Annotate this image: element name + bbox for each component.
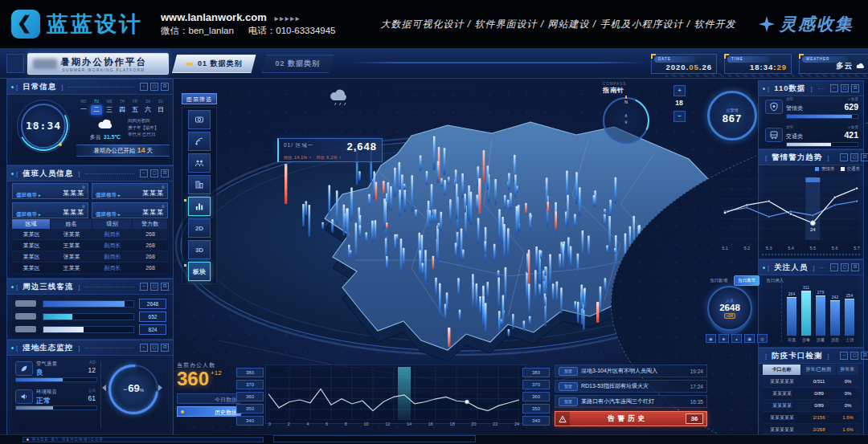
layer-button-signal[interactable] (188, 132, 211, 151)
focus-filter-icon[interactable]: ◉ (706, 334, 716, 343)
duty-leader-card[interactable]: 值班领导▸··· ⊗某某某 (92, 202, 168, 218)
alert-row[interactable]: 预警RD13-53指挥部有垃圾火灾17:24 (555, 380, 707, 393)
bar-value: 279 (817, 290, 824, 295)
focus-filter-icon[interactable]: ▴ (731, 334, 742, 343)
focus-tab[interactable]: 当日离市 (734, 275, 760, 286)
svg-text:5.1: 5.1 (722, 246, 728, 251)
minimize-icon[interactable]: − (140, 344, 148, 352)
maximize-icon[interactable]: ▢ (150, 283, 158, 291)
svg-text:24: 24 (810, 227, 816, 232)
maximize-icon[interactable]: ▢ (841, 263, 849, 271)
leader-name: 某某某 (63, 208, 84, 217)
weather-plate: WEATHER 多云 (799, 54, 868, 74)
axis-dots-deco (762, 254, 860, 255)
flow-value: 824 (139, 324, 166, 335)
tab-data-category-1[interactable]: 01 数据类别 (172, 55, 256, 73)
duty-leader-card[interactable]: 值班领导▸··· ⊗某某某 (92, 183, 168, 199)
column-header: 异常率 (837, 365, 859, 375)
flow-value: 652 (139, 312, 166, 322)
maximize-icon[interactable]: ▢ (150, 169, 158, 177)
layer-button-building[interactable] (188, 175, 211, 194)
layer-button-bar-chart[interactable] (188, 197, 211, 216)
table-row: 某某区张某某副局长268 (12, 229, 168, 240)
y-axis-left: 380370360350340 (236, 368, 264, 428)
duty-leader-card[interactable]: 值班领导▸··· ⊗某某某 (12, 202, 88, 218)
expand-icon[interactable]: ⊡ (851, 84, 859, 92)
maximize-icon[interactable]: ▢ (841, 84, 849, 92)
panel-duty-staff: [值班人员信息]−▢⊡ 值班领导▸··· ⊗某某某值班领导▸··· ⊗某某某值班… (6, 165, 174, 279)
website-link[interactable]: www.lanlanwork.com (161, 11, 267, 23)
expand-icon[interactable]: ⊡ (161, 283, 169, 291)
zoom-out-button[interactable]: − (674, 111, 686, 122)
focus-tab[interactable]: 当日新增 (706, 275, 731, 286)
table-row: 某某区王某某副局长268 (12, 263, 168, 274)
zoom-level: 18 (674, 99, 685, 107)
bar-value: 311 (803, 285, 809, 290)
alarm-type: 警情类 (786, 104, 803, 112)
minimize-icon[interactable]: − (840, 352, 848, 360)
maximize-icon[interactable]: ▢ (850, 153, 858, 161)
leader-name: 某某某 (142, 208, 164, 217)
alert-tag: 预警 (559, 397, 578, 406)
minimize-icon[interactable]: − (140, 83, 148, 91)
noise-bar (15, 405, 97, 410)
expand-icon[interactable]: ⊡ (861, 153, 868, 161)
inspiration-collect[interactable]: 灵感收集 (759, 13, 854, 35)
layer-button-板块[interactable]: 板块 (188, 262, 211, 281)
map-tooltip[interactable]: 01/ 区域一 2,648 同比 14.1% ↑环比 6.2% ↑ (277, 138, 383, 162)
gauge-left-arrow[interactable] (102, 385, 106, 391)
focus-filter-icon[interactable]: ◎ (757, 334, 768, 343)
alert-row[interactable]: 预警湿地3-104片区有不明人员闯入19:24 (555, 365, 707, 377)
date-plate: DATE 2020.05.26 (651, 54, 717, 74)
corner-tick (11, 86, 14, 88)
focus-bar-chart: 264在逃311涉毒279涉暴242涉恐254上访 (781, 278, 867, 342)
hatch-deco (665, 73, 868, 77)
alert-history-banner[interactable]: 告警历史 36 (555, 411, 707, 426)
layer-button-camera[interactable] (188, 110, 211, 129)
minimize-icon[interactable]: − (830, 263, 838, 271)
y-tick: 350 (236, 404, 264, 413)
layer-button-team[interactable] (188, 153, 211, 173)
minimize-icon[interactable]: − (140, 283, 148, 291)
expand-icon[interactable]: ⊡ (161, 344, 169, 352)
duty-leader-cards: 值班领导▸··· ⊗某某某值班领导▸··· ⊗某某某值班领导▸··· ⊗某某某值… (12, 183, 168, 218)
expand-icon[interactable]: ⊡ (161, 169, 169, 177)
panel-focus-persons: [关注人员]−▢⊡ 当日新增当日离市当日潜入 人员 2648 +24 ◉◈▴▣◎… (758, 259, 864, 348)
maximize-icon[interactable]: ▢ (850, 352, 858, 360)
office-data-button[interactable]: 历史数据 (177, 406, 244, 417)
panel-police-trend: [警情警力趋势]−▢⊡ 警情类交通类 245.15.25.35.45.55.65… (758, 149, 864, 259)
expand-icon[interactable]: ⊡ (861, 352, 868, 360)
expand-icon[interactable]: ⊡ (851, 263, 859, 271)
panel-title: 周边三线客流 (20, 282, 76, 292)
banner-label: 告警历史 (570, 414, 686, 424)
arrows-deco: ▸▸▸▸▸ (275, 14, 301, 22)
office-data-button[interactable]: 今日数据 (177, 393, 244, 404)
minimize-icon[interactable]: − (830, 84, 838, 92)
y-tick: 370 (236, 380, 264, 389)
maximize-icon[interactable]: ▢ (150, 83, 158, 91)
minimize-icon[interactable]: − (840, 153, 848, 161)
svg-text:5.3: 5.3 (766, 246, 772, 251)
gauge-right-arrow[interactable] (158, 385, 162, 391)
expand-icon[interactable]: ⊡ (161, 83, 169, 91)
maximize-icon[interactable]: ▢ (150, 344, 158, 352)
tooltip-rates: 同比 14.1% ↑环比 6.2% ↑ (284, 155, 346, 160)
zoom-in-button[interactable]: + (674, 85, 686, 96)
minimize-icon[interactable]: − (140, 169, 148, 177)
summer-notice: 暑期办公已开始14天 (76, 145, 170, 157)
focus-filter-icon[interactable]: ▣ (744, 334, 755, 343)
weather-block: 多云31.5℃ (84, 118, 126, 141)
alert-row[interactable]: 预警某路口有小汽车连闯三个红灯16:35 (555, 395, 707, 408)
bar-value: 254 (846, 293, 853, 298)
focus-filter-icon[interactable]: ◈ (719, 334, 729, 343)
tab-data-category-2[interactable]: 02 数据类别 (262, 55, 334, 73)
duty-leader-card[interactable]: 值班领导▸··· ⊗某某某 (12, 183, 88, 199)
alert-text: 湿地3-104片区有不明人员闯入 (581, 367, 687, 375)
layer-button-2D[interactable]: 2D (188, 218, 211, 238)
focus-tab[interactable]: 当日潜入 (762, 275, 788, 286)
layer-button-3D[interactable]: 3D (188, 240, 211, 259)
compass-dial[interactable]: N ∧∨ (603, 97, 649, 144)
alert-time: 16:35 (690, 399, 703, 405)
column-header: 姓名 (51, 219, 92, 229)
duty-table-body: 某某区张某某副局长268某某区王某某副局长268某某区张某某副局长268某某区王… (12, 229, 168, 275)
